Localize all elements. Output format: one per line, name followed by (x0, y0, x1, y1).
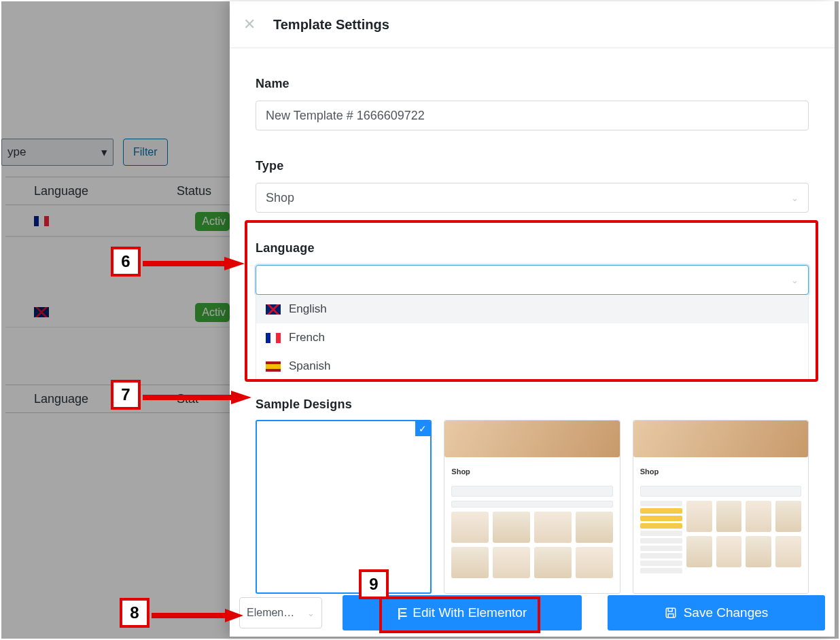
flag-uk-icon (266, 304, 281, 315)
flag-fr-icon (266, 333, 281, 343)
callout-8: 8 (120, 598, 150, 628)
language-select[interactable]: ⌄ (256, 265, 809, 295)
sample-card-grid[interactable]: Shop (444, 420, 620, 594)
name-input[interactable] (256, 101, 809, 130)
thumb-title: Shop (633, 461, 808, 482)
editor-select[interactable]: Elemen… ⌄ (239, 597, 322, 628)
language-option-french[interactable]: French (256, 323, 808, 352)
chevron-down-icon: ⌄ (307, 608, 315, 618)
type-label: Type (256, 159, 809, 173)
type-select[interactable]: Shop ⌄ (256, 183, 809, 213)
elementor-icon: |Ξ (398, 606, 406, 620)
name-label: Name (256, 77, 809, 91)
callout-6: 6 (111, 247, 141, 277)
callout-9: 9 (359, 569, 389, 599)
close-icon[interactable]: ✕ (243, 16, 256, 33)
type-value: Shop (266, 191, 294, 205)
thumb-hero (444, 421, 619, 457)
sample-card-blank[interactable]: ✓ (256, 420, 432, 594)
callout-7: 7 (111, 380, 141, 410)
chevron-down-icon: ⌄ (791, 193, 799, 203)
template-settings-panel: ✕ Template Settings Name Type Shop ⌄ Lan… (230, 1, 835, 637)
save-icon (665, 607, 677, 619)
language-option-spanish[interactable]: Spanish (256, 352, 808, 380)
language-dropdown: English French Spanish (256, 295, 809, 381)
edit-with-elementor-button[interactable]: |Ξ Edit With Elementor (343, 595, 582, 630)
sample-designs-label: Sample Designs (256, 397, 809, 412)
svg-marker-6 (225, 609, 243, 622)
svg-rect-0 (666, 608, 676, 618)
svg-marker-2 (224, 257, 245, 270)
panel-footer: Elemen… ⌄ |Ξ Edit With Elementor Save Ch… (230, 594, 835, 637)
flag-es-icon (266, 361, 281, 372)
svg-marker-4 (231, 391, 251, 404)
language-label: Language (256, 241, 809, 255)
chevron-down-icon: ⌄ (791, 275, 799, 285)
thumb-hero (633, 421, 808, 457)
language-option-english[interactable]: English (256, 295, 808, 323)
sample-card-sidebar[interactable]: Shop (633, 420, 809, 594)
sample-designs-row: ✓ Shop Shop (230, 420, 835, 594)
thumb-title: Shop (444, 461, 619, 482)
check-icon: ✓ (415, 421, 430, 436)
panel-title: Template Settings (273, 17, 389, 33)
save-changes-button[interactable]: Save Changes (608, 595, 825, 630)
panel-header: ✕ Template Settings (230, 1, 835, 48)
